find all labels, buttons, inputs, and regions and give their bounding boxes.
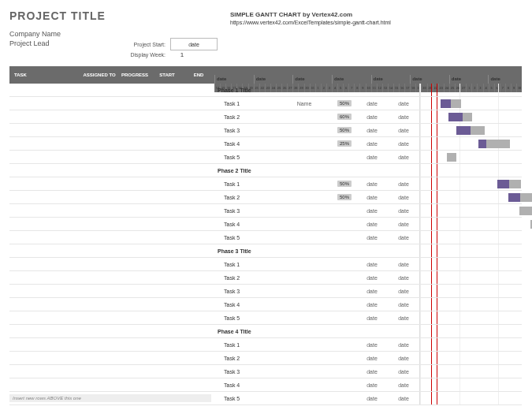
start-date[interactable]: date <box>356 181 388 187</box>
task-name[interactable]: Task 1 <box>214 181 285 187</box>
end-date[interactable]: date <box>388 114 419 120</box>
end-date[interactable]: date <box>388 222 419 227</box>
end-date[interactable]: date <box>388 155 419 160</box>
task-row[interactable]: Task 2datedate <box>9 352 522 365</box>
task-name[interactable]: Task 2 <box>214 275 285 281</box>
end-date[interactable]: date <box>388 235 419 240</box>
progress-cell[interactable]: 50% <box>323 100 356 106</box>
start-date[interactable]: date <box>356 342 388 348</box>
start-date[interactable]: date <box>356 128 388 133</box>
task-row[interactable]: Task 3datedate <box>9 285 522 298</box>
start-date[interactable]: date <box>356 369 388 375</box>
end-date[interactable]: date <box>388 342 419 348</box>
end-date[interactable]: date <box>388 315 419 321</box>
phase-header[interactable]: Phase 3 Title <box>9 244 522 258</box>
start-date[interactable]: date <box>356 262 388 267</box>
task-row[interactable]: Task 4datedate <box>9 298 522 311</box>
task-row[interactable]: Task 4datedate <box>9 378 522 392</box>
assigned-to[interactable]: Name <box>285 101 323 106</box>
table-header: TASK ASSIGNED TO PROGRESS START END date… <box>9 66 522 84</box>
end-date[interactable]: date <box>388 302 419 308</box>
progress-cell[interactable]: 25% <box>323 140 356 147</box>
start-date[interactable]: date <box>356 315 388 321</box>
task-name[interactable]: Task 4 <box>214 382 285 388</box>
task-row[interactable]: Task 425%datedate <box>9 137 522 151</box>
task-name[interactable]: Task 2 <box>214 356 285 361</box>
display-week-input[interactable]: 1 <box>170 51 194 58</box>
end-date[interactable]: date <box>388 128 419 133</box>
end-date[interactable]: date <box>388 396 419 401</box>
end-date[interactable]: date <box>388 195 419 200</box>
start-date[interactable]: date <box>356 275 388 281</box>
progress-cell[interactable]: 50% <box>323 181 356 187</box>
task-name[interactable]: Task 1 <box>214 101 285 106</box>
task-name[interactable]: Task 4 <box>214 222 285 227</box>
end-date[interactable]: date <box>388 181 419 187</box>
start-date[interactable]: date <box>356 114 388 120</box>
task-name[interactable]: Task 2 <box>214 195 285 200</box>
task-name[interactable]: Task 3 <box>214 289 285 294</box>
task-row[interactable]: Task 350%datedate <box>9 124 522 137</box>
end-date[interactable]: date <box>388 289 419 294</box>
phase-header[interactable]: Phase 2 Title <box>9 164 522 177</box>
task-name[interactable]: Task 1 <box>214 342 285 348</box>
today-marker <box>431 191 432 203</box>
task-row[interactable]: Task 3datedate <box>9 204 522 218</box>
task-name[interactable]: Task 5 <box>214 315 285 321</box>
project-start-input[interactable]: date <box>170 38 218 50</box>
start-date[interactable]: date <box>356 101 388 106</box>
start-date[interactable]: date <box>356 302 388 308</box>
task-row[interactable]: Task 250%datedate <box>9 191 522 204</box>
start-date[interactable]: date <box>356 195 388 200</box>
task-row[interactable]: Task 2datedate <box>9 271 522 285</box>
display-week-label: Display Week: <box>122 52 166 58</box>
task-name[interactable]: Task 3 <box>214 128 285 133</box>
task-name[interactable]: Task 3 <box>214 208 285 214</box>
task-name[interactable]: Task 3 <box>214 369 285 375</box>
start-date[interactable]: date <box>356 289 388 294</box>
task-row[interactable]: Task 260%datedate <box>9 110 522 124</box>
task-row[interactable]: Task 150%datedate <box>9 177 522 191</box>
start-date[interactable]: date <box>356 222 388 227</box>
start-date[interactable]: date <box>356 382 388 388</box>
end-date[interactable]: date <box>388 262 419 267</box>
end-date[interactable]: date <box>388 208 419 214</box>
task-row[interactable]: Task 5datedate <box>9 151 522 164</box>
task-row[interactable]: Task 5datedate <box>9 231 522 244</box>
phase-header[interactable]: Phase 1 Title <box>9 84 522 97</box>
company-name[interactable]: Company Name <box>9 30 526 38</box>
task-name[interactable]: Task 5 <box>214 396 285 401</box>
project-lead[interactable]: Project Lead <box>9 39 526 47</box>
start-date[interactable]: date <box>356 235 388 240</box>
end-date[interactable]: date <box>388 141 419 147</box>
start-date[interactable]: date <box>356 155 388 160</box>
start-date[interactable]: date <box>356 208 388 214</box>
task-row[interactable]: Task 4datedate <box>9 218 522 231</box>
phase-header[interactable]: Phase 4 Title <box>9 325 522 338</box>
task-row[interactable]: Task 5datedate <box>9 311 522 325</box>
gantt-bar[interactable] <box>519 207 532 215</box>
start-date[interactable]: date <box>356 356 388 361</box>
gantt-bar[interactable] <box>447 153 456 162</box>
start-date[interactable]: date <box>356 141 388 147</box>
credit-link[interactable]: https://www.vertex42.com/ExcelTemplates/… <box>230 20 391 25</box>
task-name[interactable]: Task 2 <box>214 114 285 120</box>
progress-cell[interactable]: 50% <box>323 127 356 133</box>
task-name[interactable]: Task 1 <box>214 262 285 267</box>
task-name[interactable]: Task 4 <box>214 302 285 308</box>
task-name[interactable]: Task 5 <box>214 235 285 240</box>
end-date[interactable]: date <box>388 369 419 375</box>
progress-cell[interactable]: 60% <box>323 114 356 120</box>
task-row[interactable]: Task 1Name50%datedate <box>9 97 522 110</box>
end-date[interactable]: date <box>388 275 419 281</box>
task-name[interactable]: Task 5 <box>214 155 285 160</box>
start-date[interactable]: date <box>356 396 388 401</box>
task-row[interactable]: Task 1datedate <box>9 258 522 271</box>
end-date[interactable]: date <box>388 356 419 361</box>
end-date[interactable]: date <box>388 101 419 106</box>
progress-cell[interactable]: 50% <box>323 194 356 200</box>
task-name[interactable]: Task 4 <box>214 141 285 147</box>
task-row[interactable]: Task 3datedate <box>9 365 522 378</box>
task-row[interactable]: Task 1datedate <box>9 338 522 352</box>
end-date[interactable]: date <box>388 382 419 388</box>
